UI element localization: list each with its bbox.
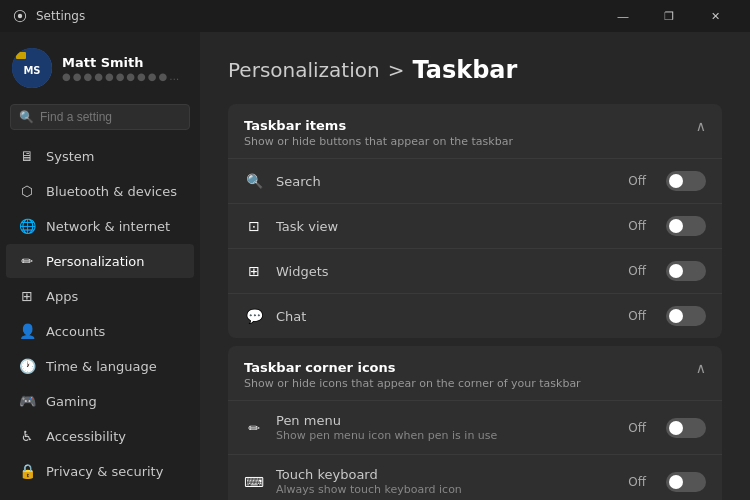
pen-menu-toggle-knob bbox=[669, 421, 683, 435]
user-name: Matt Smith bbox=[62, 55, 182, 70]
sidebar: MS Matt Smith ●●●●●●●●●●●●●● 🔍 🖥System⬡B… bbox=[0, 32, 200, 500]
touch-keyboard-toggle[interactable] bbox=[666, 472, 706, 492]
search-icon: 🔍 bbox=[19, 110, 34, 124]
svg-point-0 bbox=[18, 14, 22, 18]
titlebar: Settings — ❐ ✕ bbox=[0, 0, 750, 32]
sidebar-item-apps[interactable]: ⊞Apps bbox=[6, 279, 194, 313]
breadcrumb-separator: > bbox=[388, 58, 405, 82]
sidebar-item-label-accessibility: Accessibility bbox=[46, 429, 126, 444]
bluetooth-icon: ⬡ bbox=[18, 182, 36, 200]
chat-icon: 💬 bbox=[244, 306, 264, 326]
taskview-label: Task view bbox=[276, 219, 616, 234]
chat-toggle[interactable] bbox=[666, 306, 706, 326]
svg-text:MS: MS bbox=[23, 65, 40, 76]
section-title-taskbar-corner-icons: Taskbar corner icons bbox=[244, 360, 581, 375]
window-controls: — ❐ ✕ bbox=[600, 0, 738, 32]
close-button[interactable]: ✕ bbox=[692, 0, 738, 32]
accounts-icon: 👤 bbox=[18, 322, 36, 340]
network-icon: 🌐 bbox=[18, 217, 36, 235]
sidebar-item-label-gaming: Gaming bbox=[46, 394, 97, 409]
app-body: MS Matt Smith ●●●●●●●●●●●●●● 🔍 🖥System⬡B… bbox=[0, 32, 750, 500]
user-sub: ●●●●●●●●●●●●●● bbox=[62, 71, 182, 82]
breadcrumb-current: Taskbar bbox=[412, 56, 517, 84]
gaming-icon: 🎮 bbox=[18, 392, 36, 410]
nav-list: 🖥System⬡Bluetooth & devices🌐Network & in… bbox=[0, 138, 200, 500]
setting-row-touch-keyboard: ⌨Touch keyboardAlways show touch keyboar… bbox=[228, 454, 722, 500]
sidebar-item-label-time: Time & language bbox=[46, 359, 157, 374]
setting-row-search: 🔍SearchOff bbox=[228, 158, 722, 203]
setting-row-chat: 💬ChatOff bbox=[228, 293, 722, 338]
apps-icon: ⊞ bbox=[18, 287, 36, 305]
sidebar-item-label-personalization: Personalization bbox=[46, 254, 145, 269]
sidebar-item-time[interactable]: 🕐Time & language bbox=[6, 349, 194, 383]
sidebar-item-privacy[interactable]: 🔒Privacy & security bbox=[6, 454, 194, 488]
search-box[interactable]: 🔍 bbox=[10, 104, 190, 130]
search-input[interactable] bbox=[40, 110, 181, 124]
chat-label: Chat bbox=[276, 309, 616, 324]
avatar: MS bbox=[12, 48, 52, 88]
sidebar-item-accessibility[interactable]: ♿Accessibility bbox=[6, 419, 194, 453]
minimize-button[interactable]: — bbox=[600, 0, 646, 32]
touch-keyboard-label: Touch keyboard bbox=[276, 467, 616, 482]
sidebar-item-accounts[interactable]: 👤Accounts bbox=[6, 314, 194, 348]
widgets-icon: ⊞ bbox=[244, 261, 264, 281]
svg-rect-2 bbox=[16, 52, 26, 59]
pen-menu-label: Pen menu bbox=[276, 413, 616, 428]
section-header-taskbar-items: Taskbar itemsShow or hide buttons that a… bbox=[228, 104, 722, 158]
setting-row-pen-menu: ✏Pen menuShow pen menu icon when pen is … bbox=[228, 400, 722, 454]
breadcrumb-parent[interactable]: Personalization bbox=[228, 58, 380, 82]
sections-container: Taskbar itemsShow or hide buttons that a… bbox=[228, 104, 722, 500]
section-collapse-taskbar-corner-icons[interactable]: ∧ bbox=[696, 360, 706, 376]
personalization-icon: ✏ bbox=[18, 252, 36, 270]
accessibility-icon: ♿ bbox=[18, 427, 36, 445]
app-icon bbox=[12, 8, 28, 24]
breadcrumb: Personalization > Taskbar bbox=[228, 56, 722, 84]
touch-keyboard-sublabel: Always show touch keyboard icon bbox=[276, 483, 616, 496]
pen-menu-sublabel: Show pen menu icon when pen is in use bbox=[276, 429, 616, 442]
section-taskbar-items: Taskbar itemsShow or hide buttons that a… bbox=[228, 104, 722, 338]
search-icon: 🔍 bbox=[244, 171, 264, 191]
time-icon: 🕐 bbox=[18, 357, 36, 375]
titlebar-text: Settings bbox=[36, 9, 600, 23]
maximize-button[interactable]: ❐ bbox=[646, 0, 692, 32]
sidebar-item-network[interactable]: 🌐Network & internet bbox=[6, 209, 194, 243]
touch-keyboard-toggle-knob bbox=[669, 475, 683, 489]
privacy-icon: 🔒 bbox=[18, 462, 36, 480]
taskview-status: Off bbox=[628, 219, 646, 233]
pen-menu-icon: ✏ bbox=[244, 418, 264, 438]
sidebar-item-bluetooth[interactable]: ⬡Bluetooth & devices bbox=[6, 174, 194, 208]
section-header-taskbar-corner-icons: Taskbar corner iconsShow or hide icons t… bbox=[228, 346, 722, 400]
sidebar-item-label-network: Network & internet bbox=[46, 219, 170, 234]
taskview-toggle-knob bbox=[669, 219, 683, 233]
sidebar-item-gaming[interactable]: 🎮Gaming bbox=[6, 384, 194, 418]
content-area: Personalization > Taskbar Taskbar itemsS… bbox=[200, 32, 750, 500]
widgets-label: Widgets bbox=[276, 264, 616, 279]
pen-menu-toggle[interactable] bbox=[666, 418, 706, 438]
system-icon: 🖥 bbox=[18, 147, 36, 165]
section-title-taskbar-items: Taskbar items bbox=[244, 118, 513, 133]
touch-keyboard-icon: ⌨ bbox=[244, 472, 264, 492]
sidebar-item-update[interactable]: ↺Windows Update bbox=[6, 489, 194, 500]
section-subtitle-taskbar-items: Show or hide buttons that appear on the … bbox=[244, 135, 513, 148]
sidebar-item-label-privacy: Privacy & security bbox=[46, 464, 163, 479]
search-toggle-knob bbox=[669, 174, 683, 188]
widgets-status: Off bbox=[628, 264, 646, 278]
chat-status: Off bbox=[628, 309, 646, 323]
setting-row-widgets: ⊞WidgetsOff bbox=[228, 248, 722, 293]
sidebar-item-personalization[interactable]: ✏Personalization bbox=[6, 244, 194, 278]
user-profile[interactable]: MS Matt Smith ●●●●●●●●●●●●●● bbox=[0, 40, 200, 100]
sidebar-item-system[interactable]: 🖥System bbox=[6, 139, 194, 173]
sidebar-item-label-bluetooth: Bluetooth & devices bbox=[46, 184, 177, 199]
section-subtitle-taskbar-corner-icons: Show or hide icons that appear on the co… bbox=[244, 377, 581, 390]
pen-menu-status: Off bbox=[628, 421, 646, 435]
section-collapse-taskbar-items[interactable]: ∧ bbox=[696, 118, 706, 134]
setting-row-taskview: ⊡Task viewOff bbox=[228, 203, 722, 248]
sidebar-item-label-system: System bbox=[46, 149, 94, 164]
search-toggle[interactable] bbox=[666, 171, 706, 191]
widgets-toggle[interactable] bbox=[666, 261, 706, 281]
touch-keyboard-status: Off bbox=[628, 475, 646, 489]
taskview-toggle[interactable] bbox=[666, 216, 706, 236]
search-status: Off bbox=[628, 174, 646, 188]
sidebar-item-label-accounts: Accounts bbox=[46, 324, 105, 339]
sidebar-item-label-apps: Apps bbox=[46, 289, 78, 304]
